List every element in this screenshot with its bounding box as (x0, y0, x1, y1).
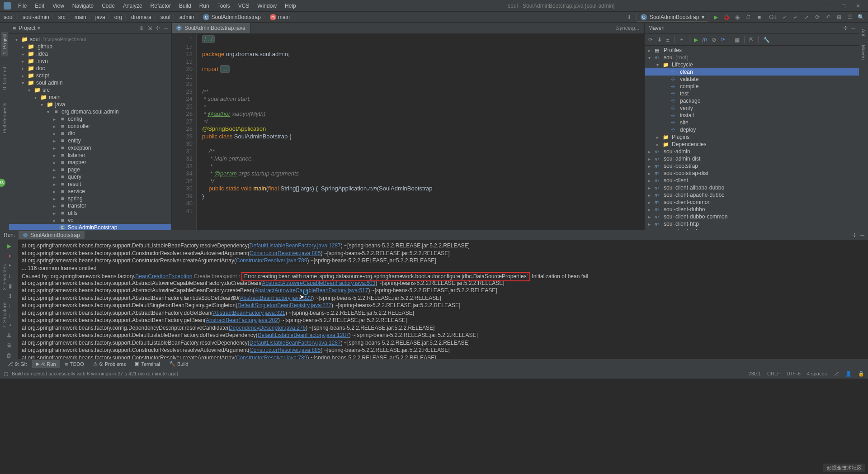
collapse-all-icon[interactable]: ✢ (156, 25, 160, 31)
git-update-icon[interactable]: ✓ (781, 14, 788, 21)
maven-tree-item[interactable]: ✢install (645, 112, 859, 119)
collapse-icon[interactable]: ⇱ (749, 37, 754, 43)
project-tree-item[interactable]: CSoulAdminBootstrap (9, 224, 171, 230)
caret-position[interactable]: 230:1 (749, 371, 761, 376)
menu-analyze[interactable]: Analyze (119, 1, 146, 11)
execute-goal-icon[interactable]: m (703, 37, 707, 43)
project-tree-item[interactable]: ▾📁soul-admin (9, 79, 171, 86)
breadcrumb-method[interactable]: mmain (270, 14, 290, 20)
breadcrumb-item[interactable]: src (58, 14, 66, 20)
line-gutter[interactable]: 117181920212223242526272829▸303132333435… (172, 34, 197, 230)
menu-build[interactable]: Build (175, 1, 195, 11)
breadcrumb-item[interactable]: org (114, 14, 122, 20)
project-tree-item[interactable]: ▸■service (9, 188, 171, 195)
maven-tree-item[interactable]: ✢verify (645, 104, 859, 112)
maven-tree-item[interactable]: ▸▤Profiles (645, 47, 859, 54)
search-icon[interactable]: 🔍 (857, 14, 864, 21)
breadcrumb-item[interactable]: soul-admin (23, 14, 49, 20)
maven-tree-item[interactable]: ▸msoul-client (645, 177, 859, 184)
maven-tree-item[interactable]: ▸msoul-client-sofa (645, 228, 859, 230)
project-tree-item[interactable]: ▸■spring (9, 195, 171, 202)
code-content[interactable]: /.../package org.dromara.soul.admin;impo… (197, 34, 644, 230)
run-config-dropdown[interactable]: C SoulAdminBootstrap ▾ (637, 13, 708, 22)
maven-tree-item[interactable]: ✢compile (645, 83, 859, 90)
tool-run[interactable]: ▶ 4: Run (32, 360, 59, 368)
file-encoding[interactable]: UTF-8 (787, 371, 801, 376)
editor-tab[interactable]: C SoulAdminBootstrap.java (172, 23, 250, 33)
run-settings-icon[interactable]: ✢ (852, 232, 857, 238)
project-tree-item[interactable]: ▸📁script (9, 72, 171, 79)
git-rollback-icon[interactable]: ↶ (825, 14, 832, 21)
left-tab[interactable]: 2: Favorites (1, 262, 8, 292)
build-icon[interactable]: ⬇ (626, 14, 633, 21)
project-tree-item[interactable]: ▾■org.dromara.soul.admin (9, 108, 171, 115)
hide-icon[interactable]: ─ (860, 232, 864, 238)
project-tree-item[interactable]: ▸■dto (9, 130, 171, 137)
expand-all-icon[interactable]: ⇲ (147, 25, 152, 31)
project-tree-item[interactable]: ▸📁doc (9, 65, 171, 72)
git-push-icon[interactable]: ↗ (803, 14, 810, 21)
breadcrumb-item[interactable]: soul (4, 14, 14, 20)
reimport-icon[interactable]: ⟳ (648, 37, 653, 43)
search-everywhere-icon[interactable]: ⊞ (835, 14, 843, 21)
menu-refactor[interactable]: Refactor (147, 1, 175, 11)
maven-tree-item[interactable]: ▸msoul-admin-dist (645, 155, 859, 162)
maven-tree-item[interactable]: ✢deploy (645, 126, 859, 133)
left-tab[interactable]: 7: Structure (1, 301, 8, 330)
breadcrumb-item[interactable]: soul (160, 14, 170, 20)
menu-window[interactable]: Window (254, 1, 280, 11)
run-maven-icon[interactable]: ▶ (694, 37, 698, 43)
tool-todo[interactable]: ≡ TODO (61, 360, 88, 368)
chevron-down-icon[interactable]: ▾ (38, 25, 40, 31)
project-tree-item[interactable]: ▾📁soulD:\openProject\soul (9, 36, 171, 43)
select-opened-icon[interactable]: ⊕ (139, 25, 144, 31)
minimize-button[interactable]: ─ (823, 1, 835, 10)
git-commit-icon[interactable]: ✓ (792, 14, 799, 21)
tool-build[interactable]: 🔨 Build (165, 360, 192, 368)
maven-tree[interactable]: ▸▤Profiles▾msoul(root)▾📁Lifecycle✢clean✢… (645, 46, 859, 230)
tool-problems[interactable]: ⚠ 6: Problems (90, 360, 130, 368)
debug-button[interactable]: 🐞 (723, 14, 730, 21)
breadcrumb-item[interactable]: java (95, 14, 105, 20)
project-tree-item[interactable]: ▸■query (9, 173, 171, 180)
indent-setting[interactable]: 4 spaces (807, 371, 827, 376)
project-tree-item[interactable]: ▸■controller (9, 123, 171, 130)
toggle-skip-tests-icon[interactable]: ⟳ (721, 37, 725, 43)
hide-icon[interactable]: ─ (851, 25, 855, 31)
breadcrumb-item[interactable]: admin (179, 14, 194, 20)
maven-settings-icon[interactable]: 🔧 (763, 37, 770, 43)
toggle-offline-icon[interactable]: ⊘ (712, 37, 716, 43)
maven-tree-item[interactable]: ✢site (645, 119, 859, 126)
breadcrumb-item[interactable]: main (75, 14, 86, 20)
project-tree-item[interactable]: ▸■config (9, 115, 171, 123)
menu-tools[interactable]: Tools (214, 1, 234, 11)
maven-tree-item[interactable]: ▸📁Plugins (645, 133, 859, 141)
project-tree-item[interactable]: ▸■transfer (9, 202, 171, 209)
editor-body[interactable]: 117181920212223242526272829▸303132333435… (172, 34, 644, 230)
git-history-icon[interactable]: ⟳ (814, 14, 821, 21)
maven-tree-item[interactable]: ▸msoul-bootstrap (645, 162, 859, 170)
left-tab[interactable]: Pull Requests (1, 101, 8, 135)
project-tree-item[interactable]: ▸■exception (9, 144, 171, 152)
maven-tree-item[interactable]: ▸msoul-client-http (645, 220, 859, 228)
maven-tree-item[interactable]: ▸msoul-bootstrap-dist (645, 170, 859, 177)
project-tree-item[interactable]: ▸📁.github (9, 43, 171, 50)
menu-code[interactable]: Code (98, 1, 118, 11)
line-separator[interactable]: CRLF (767, 371, 780, 376)
project-tree-item[interactable]: ▸📁.idea (9, 50, 171, 57)
download-icon[interactable]: ± (666, 37, 670, 43)
maven-settings-icon[interactable]: ✢ (843, 25, 848, 31)
project-tree-item[interactable]: ▸📁.mvn (9, 57, 171, 65)
maven-tree-item[interactable]: ✢clean (645, 68, 859, 76)
right-tab-ant[interactable]: Ant (860, 27, 867, 38)
maven-tree-item[interactable]: ▸msoul-client-dubbo-common (645, 213, 859, 220)
scroll-end-button[interactable]: ⇊ (5, 332, 13, 339)
project-tree-item[interactable]: ▸■result (9, 180, 171, 188)
settings-icon[interactable]: ☰ (846, 14, 854, 21)
stop-button[interactable]: ■ (755, 14, 763, 21)
maven-tree-item[interactable]: ▾msoul(root) (645, 54, 859, 61)
hide-icon[interactable]: ─ (164, 25, 168, 31)
toolwindow-toggle-icon[interactable]: ▢ (4, 371, 8, 377)
project-tree-item[interactable]: ▾📁main (9, 94, 171, 101)
project-tree-item[interactable]: ▸■mapper (9, 159, 171, 166)
